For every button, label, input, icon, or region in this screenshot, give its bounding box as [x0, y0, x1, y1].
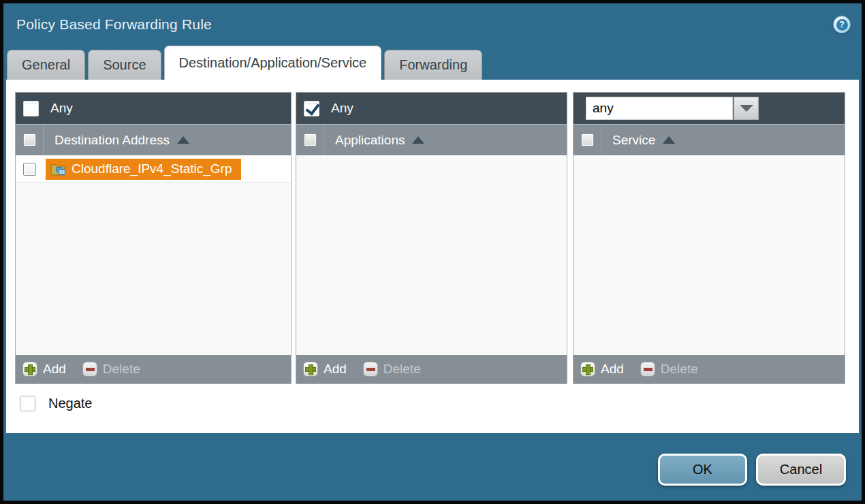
negate-checkbox[interactable] — [20, 396, 35, 411]
service-column-header: Service — [573, 124, 845, 155]
service-select-all-checkbox[interactable] — [581, 133, 594, 146]
titlebar: Policy Based Forwarding Rule ? — [3, 3, 862, 46]
question-mark-icon: ? — [836, 19, 848, 31]
row-checkbox[interactable] — [23, 163, 36, 176]
destination-column-header: Destination Address — [16, 124, 291, 155]
add-button[interactable]: Add — [303, 362, 347, 377]
service-type-value[interactable]: any — [586, 97, 733, 120]
negate-option: Negate — [20, 396, 93, 411]
sort-ascending-icon[interactable] — [177, 136, 189, 144]
service-type-dropdown[interactable]: any — [586, 97, 759, 120]
service-header-label[interactable]: Service — [612, 133, 655, 148]
applications-any-bar: Any — [296, 93, 567, 124]
plus-icon — [22, 362, 37, 377]
destination-any-label: Any — [50, 101, 73, 116]
dialog-title: Policy Based Forwarding Rule — [16, 16, 212, 33]
service-dropdown-bar: any — [573, 93, 845, 124]
applications-header-label[interactable]: Applications — [335, 133, 405, 148]
sort-ascending-icon[interactable] — [412, 136, 424, 144]
tab-bar: General Source Destination/Application/S… — [3, 46, 862, 80]
tab-forwarding[interactable]: Forwarding — [384, 50, 482, 80]
ok-button[interactable]: OK — [658, 454, 747, 486]
negate-label: Negate — [48, 396, 93, 411]
applications-any-label: Any — [331, 101, 353, 116]
plus-icon — [303, 362, 318, 377]
minus-icon — [82, 362, 97, 377]
add-button[interactable]: Add — [22, 362, 66, 377]
minus-icon — [363, 362, 378, 377]
address-group-icon — [50, 162, 66, 176]
destination-any-bar: Any — [16, 93, 291, 124]
applications-any-checkbox[interactable] — [304, 101, 319, 116]
destination-footer: Add Delete — [16, 355, 291, 383]
destination-address-column: Any Destination Address — [15, 92, 292, 384]
destination-select-all-checkbox[interactable] — [23, 133, 36, 146]
help-icon[interactable]: ? — [833, 16, 851, 33]
cancel-button[interactable]: Cancel — [756, 454, 846, 486]
applications-list — [296, 156, 567, 355]
destination-header-label[interactable]: Destination Address — [54, 133, 170, 148]
tab-general[interactable]: General — [7, 50, 85, 80]
dialog-buttons: OK Cancel — [658, 454, 846, 486]
dropdown-button[interactable] — [734, 97, 759, 120]
delete-button: Delete — [363, 362, 421, 377]
tab-destination-application-service[interactable]: Destination/Application/Service — [164, 46, 382, 80]
add-button[interactable]: Add — [580, 362, 624, 377]
delete-button: Delete — [640, 362, 698, 377]
service-footer: Add Delete — [573, 355, 845, 383]
sort-ascending-icon[interactable] — [663, 136, 675, 144]
policy-based-forwarding-dialog: Policy Based Forwarding Rule ? General S… — [0, 0, 865, 504]
applications-select-all-checkbox[interactable] — [304, 133, 317, 146]
chevron-down-icon — [740, 105, 753, 112]
selected-address-object[interactable]: Cloudflare_IPv4_Static_Grp — [46, 159, 241, 180]
destination-list: Cloudflare_IPv4_Static_Grp — [16, 156, 291, 355]
service-list — [573, 156, 845, 355]
applications-footer: Add Delete — [296, 355, 567, 383]
address-object-name: Cloudflare_IPv4_Static_Grp — [72, 161, 232, 176]
applications-column: Any Applications Add Delete — [296, 92, 567, 384]
table-row[interactable]: Cloudflare_IPv4_Static_Grp — [16, 156, 291, 183]
tab-content: Any Destination Address — [6, 80, 859, 433]
applications-column-header: Applications — [296, 124, 567, 155]
destination-any-checkbox[interactable] — [23, 101, 39, 116]
tab-source[interactable]: Source — [88, 50, 161, 80]
minus-icon — [640, 362, 655, 377]
service-column: any Service Add — [573, 92, 845, 384]
delete-button: Delete — [82, 362, 140, 377]
plus-icon — [580, 362, 595, 377]
